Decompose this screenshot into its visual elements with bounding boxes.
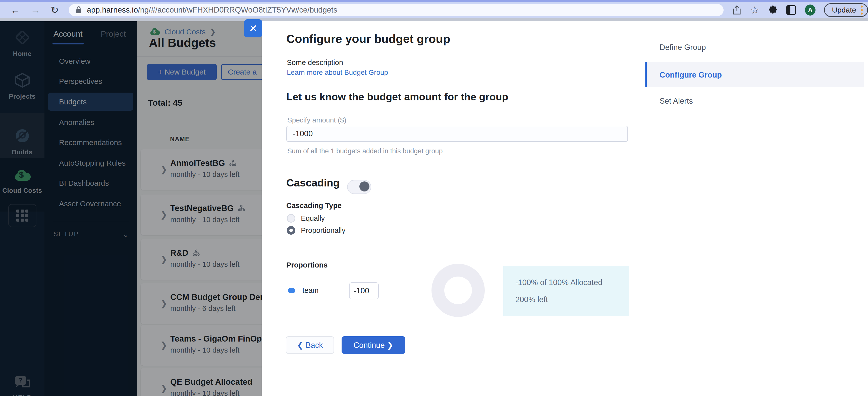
extensions-puzzle-icon[interactable] [768, 5, 777, 14]
allocated-text: -100% of 100% Allocated [516, 278, 602, 287]
amount-input[interactable] [286, 126, 628, 142]
close-icon[interactable]: ✕ [244, 19, 262, 37]
browser-toolbar: ← → ↻ app.harness.io/ng/#/account/wFHXHD… [0, 2, 868, 18]
browser-menu-kebab-icon[interactable] [861, 5, 863, 15]
continue-label: Continue [353, 341, 385, 350]
proportion-budget-name: team [302, 286, 318, 295]
back-icon[interactable]: ← [10, 5, 20, 15]
cascading-type-label: Cascading Type [286, 201, 342, 210]
chrome-divider [0, 18, 868, 21]
back-button[interactable]: ❮ Back [286, 336, 334, 354]
step-configure-group[interactable]: Configure Group [659, 70, 722, 79]
amount-label: Specify amount ($) [287, 116, 346, 124]
back-label: Back [306, 341, 323, 350]
url-bar[interactable]: app.harness.io/ng/#/account/wFHXHD0RRQWo… [69, 4, 723, 16]
left-text: 200% left [516, 295, 548, 304]
radio-equally[interactable]: Equally [287, 214, 325, 223]
chevron-left-icon: ❮ [297, 341, 306, 350]
allocation-donut-chart [432, 264, 485, 317]
bookmark-star-icon[interactable]: ☆ [750, 4, 759, 16]
toggle-knob [360, 182, 369, 192]
update-button[interactable]: Update [824, 3, 868, 17]
continue-button[interactable]: Continue ❯ [342, 336, 405, 354]
avatar[interactable]: A [805, 4, 815, 15]
radio-icon-off[interactable] [287, 214, 296, 223]
modal-overlay [0, 21, 262, 396]
window-top-edge [0, 0, 868, 2]
cascading-heading: Cascading [286, 177, 340, 189]
radio-proportionally-label: Proportionally [301, 226, 345, 235]
radio-proportionally[interactable]: Proportionally [287, 226, 345, 235]
modal-description: Some description [287, 59, 343, 67]
url-path: /ng/#/account/wFHXHD0RRQWoO8tIZT5YVw/ce/… [138, 5, 337, 14]
allocation-summary-box: -100% of 100% Allocated 200% left [503, 266, 629, 316]
screen: ← → ↻ app.harness.io/ng/#/account/wFHXHD… [0, 0, 868, 396]
radio-equally-label: Equally [301, 214, 325, 223]
url-host: app.harness.io [87, 5, 138, 14]
proportion-color-dot [288, 288, 296, 293]
proportions-heading: Proportions [286, 261, 328, 269]
share-icon[interactable] [733, 5, 741, 15]
learn-more-link[interactable]: Learn more about Budget Group [287, 68, 388, 76]
section-divider [286, 168, 628, 168]
avatar-letter: A [808, 6, 813, 14]
wizard-stepper: Define Group Configure Group Set Alerts [645, 21, 868, 396]
cascading-toggle[interactable] [347, 180, 371, 194]
step-define-group[interactable]: Define Group [659, 43, 706, 52]
update-label: Update [832, 6, 856, 14]
budget-group-modal: ✕ Configure your budget group Some descr… [262, 21, 868, 396]
forward-icon[interactable]: → [31, 5, 40, 15]
amount-helper-text: Sum of all the 1 budgets added in this b… [287, 147, 442, 155]
proportion-input[interactable] [349, 282, 379, 299]
reload-icon[interactable]: ↻ [51, 4, 59, 15]
radio-icon-on[interactable] [287, 226, 296, 235]
step-set-alerts[interactable]: Set Alerts [659, 97, 693, 106]
proportion-row: team [288, 286, 318, 295]
side-panel-icon[interactable] [786, 5, 796, 15]
modal-title: Configure your budget group [286, 32, 450, 46]
amount-section-heading: Let us know the budget amount for the gr… [286, 91, 508, 103]
chevron-right-icon: ❯ [385, 341, 394, 350]
lock-icon [75, 6, 82, 14]
